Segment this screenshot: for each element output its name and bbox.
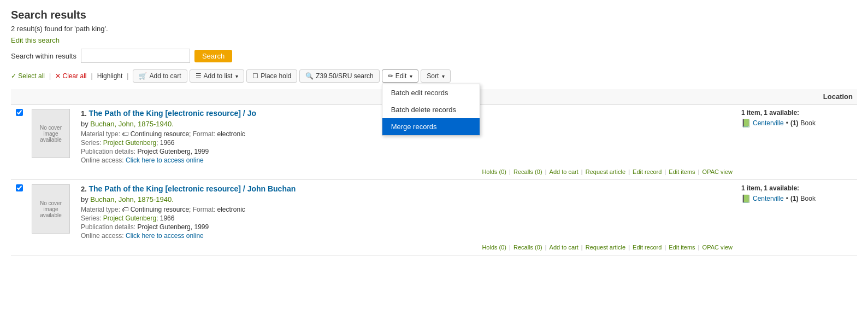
result-number: 1. <box>81 109 88 118</box>
action-recalls-0[interactable]: Recalls (0) <box>513 244 542 251</box>
record-title-link[interactable]: The Path of the King [electronic resourc… <box>88 184 296 193</box>
location-item: 📗 Centerville • (1) Book <box>741 119 853 127</box>
no-cover-box: No cover image available <box>32 109 70 158</box>
record-actions: Holds (0) | Recalls (0) | Add to cart | … <box>81 241 733 251</box>
highlight-button[interactable]: Highlight <box>97 72 123 80</box>
separator-2: | <box>89 72 95 80</box>
action-edit-record[interactable]: Edit record <box>633 168 662 175</box>
search-within-row: Search within results Search <box>11 49 857 63</box>
select-all-button[interactable]: ✓ Select all <box>11 72 45 80</box>
cover-cell: No cover image available <box>27 104 76 180</box>
action-opac-view[interactable]: OPAC view <box>702 168 733 175</box>
material-type: Material type: 🏷 Continuing resource; Fo… <box>81 206 733 213</box>
search-within-input[interactable] <box>81 49 190 63</box>
pencil-icon: ✏ <box>388 72 393 80</box>
location-cell: 1 item, 1 available:📗 Centerville • (1) … <box>737 104 857 180</box>
cart-icon: 🛒 <box>139 72 147 80</box>
edit-search-link[interactable]: Edit this search <box>11 36 857 44</box>
search-icon: 🔍 <box>305 72 314 80</box>
record-author: by Buchan, John, 1875-1940. <box>81 195 733 203</box>
edit-dropdown-button[interactable]: ✏ Edit ▾ <box>382 69 419 83</box>
action-request-article[interactable]: Request article <box>586 168 625 175</box>
action-holds-0[interactable]: Holds (0) <box>482 168 506 175</box>
search-within-button[interactable]: Search <box>194 50 232 62</box>
series-link[interactable]: Project Gutenberg <box>103 139 156 147</box>
batch-edit-records-item[interactable]: Batch edit records <box>382 84 480 101</box>
clear-all-button[interactable]: ✕ Clear all <box>55 72 86 80</box>
z3950-button[interactable]: 🔍 Z39.50/SRU search <box>299 69 379 83</box>
action-edit-items[interactable]: Edit items <box>669 168 695 175</box>
record-actions: Holds (0) | Recalls (0) | Add to cart | … <box>81 165 733 175</box>
online-access: Online access: Click here to access onli… <box>81 232 733 240</box>
edit-dropdown-container: ✏ Edit ▾ Batch edit records Batch delete… <box>382 69 419 83</box>
record-title-link[interactable]: The Path of the King [electronic resourc… <box>88 109 256 118</box>
place-hold-button[interactable]: ☐ Place hold <box>246 69 297 83</box>
x-icon: ✕ <box>55 72 61 80</box>
action-edit-record[interactable]: Edit record <box>633 244 662 251</box>
dropdown-caret-list: ▾ <box>235 73 238 79</box>
cover-cell: No cover image available <box>27 180 76 255</box>
dropdown-caret-sort: ▾ <box>442 73 445 79</box>
author-link[interactable]: Buchan, John, 1875-1940. <box>90 195 174 203</box>
location-item: 📗 Centerville • (1) Book <box>741 194 853 203</box>
book-icon: 📗 <box>741 194 751 203</box>
checkbox-cell <box>11 180 27 255</box>
location-available: 1 item, 1 available: <box>741 109 853 117</box>
add-to-cart-button[interactable]: 🛒 Add to cart <box>133 69 187 83</box>
col-checkbox <box>11 89 27 104</box>
search-within-label: Search within results <box>11 52 76 60</box>
pub-details: Publication details: Project Gutenberg, … <box>81 223 733 231</box>
action-opac-view[interactable]: OPAC view <box>702 244 733 251</box>
row-checkbox[interactable] <box>16 184 23 191</box>
sort-button[interactable]: Sort ▾ <box>421 69 451 83</box>
result-number: 2. <box>81 185 88 193</box>
bookmark-icon: ☐ <box>252 72 258 80</box>
separator-3: | <box>125 72 131 80</box>
series: Series: Project Gutenberg; 1966 <box>81 139 733 147</box>
action-edit-items[interactable]: Edit items <box>669 244 695 251</box>
batch-delete-records-item[interactable]: Batch delete records <box>382 101 480 118</box>
action-request-article[interactable]: Request article <box>586 244 625 251</box>
location-available: 1 item, 1 available: <box>741 184 853 192</box>
toolbar: ✓ Select all | ✕ Clear all | Highlight |… <box>11 69 857 83</box>
col-cover <box>27 89 76 104</box>
results-summary: 2 result(s) found for 'path king'. <box>11 25 857 33</box>
series: Series: Project Gutenberg; 1966 <box>81 214 733 222</box>
col-location: Location <box>737 89 857 104</box>
author-link[interactable]: Buchan, John, 1875-1940. <box>90 120 174 128</box>
action-holds-0[interactable]: Holds (0) <box>482 244 506 251</box>
action-recalls-0[interactable]: Recalls (0) <box>513 168 542 175</box>
location-cell: 1 item, 1 available:📗 Centerville • (1) … <box>737 180 857 255</box>
merge-records-item[interactable]: Merge records <box>382 118 480 135</box>
checkmark-icon: ✓ <box>11 72 16 80</box>
edit-dropdown-menu: Batch edit records Batch delete records … <box>382 84 480 136</box>
list-icon: ☰ <box>196 72 202 80</box>
page-title: Search results <box>11 9 857 21</box>
table-row: No cover image available2. The Path of t… <box>11 180 857 255</box>
book-icon: 📗 <box>741 119 751 127</box>
separator-1: | <box>47 72 53 80</box>
no-cover-box: No cover image available <box>32 184 70 234</box>
location-name-link[interactable]: Centerville <box>753 119 784 127</box>
action-add-to-cart[interactable]: Add to cart <box>550 168 578 175</box>
add-to-list-button[interactable]: ☰ Add to list ▾ <box>190 69 245 83</box>
pub-details: Publication details: Project Gutenberg, … <box>81 148 733 155</box>
dropdown-caret-edit: ▾ <box>410 73 412 79</box>
record-detail-cell: 2. The Path of the King [electronic reso… <box>76 180 737 255</box>
checkbox-cell <box>11 104 27 180</box>
online-access-link[interactable]: Click here to access online <box>126 232 204 240</box>
online-access-link[interactable]: Click here to access online <box>126 156 204 164</box>
online-access: Online access: Click here to access onli… <box>81 156 733 164</box>
row-checkbox[interactable] <box>16 109 23 116</box>
series-link[interactable]: Project Gutenberg <box>103 214 156 222</box>
action-add-to-cart[interactable]: Add to cart <box>550 244 578 251</box>
location-name-link[interactable]: Centerville <box>753 195 784 202</box>
